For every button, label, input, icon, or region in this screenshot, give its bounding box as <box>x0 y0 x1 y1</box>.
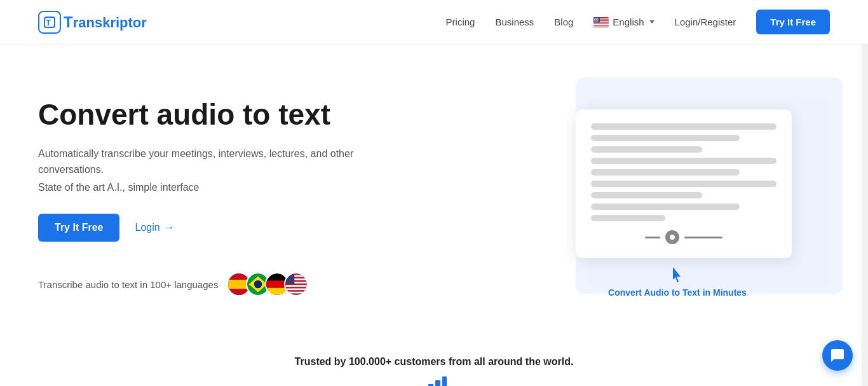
nav: Pricing Business Blog <box>446 10 830 34</box>
svg-point-20 <box>595 19 596 20</box>
language-label: English <box>613 17 644 27</box>
svg-point-21 <box>596 19 597 20</box>
text-line-1 <box>591 123 776 130</box>
ctrl-line-left <box>645 237 660 238</box>
svg-point-15 <box>595 18 595 18</box>
text-line-9 <box>591 215 665 221</box>
language-selector[interactable]: English <box>593 17 654 27</box>
hero-section: Convert audio to text Automatically tran… <box>0 45 868 337</box>
hero-illustration: Convert Audio to Text in Minutes <box>525 97 830 298</box>
svg-rect-59 <box>442 376 447 386</box>
svg-point-24 <box>595 20 595 20</box>
ctrl-line-right <box>684 237 722 238</box>
svg-point-13 <box>597 17 598 18</box>
trusted-chart <box>0 376 868 386</box>
hero-description-2: State of the art A.I., simple interface <box>38 182 381 193</box>
svg-point-29 <box>595 20 596 21</box>
logo-wordmark: Transkriptor <box>64 13 147 31</box>
text-line-5 <box>591 169 740 176</box>
svg-point-41 <box>254 280 262 289</box>
chart-icon <box>421 376 447 386</box>
try-it-free-button-header[interactable]: Try It Free <box>756 10 830 34</box>
svg-point-34 <box>596 21 597 22</box>
try-it-free-button-hero[interactable]: Try It Free <box>38 214 119 242</box>
nav-pricing[interactable]: Pricing <box>446 17 475 27</box>
text-line-3 <box>591 146 702 153</box>
svg-point-31 <box>597 20 598 21</box>
text-line-7 <box>591 192 702 198</box>
svg-rect-6 <box>593 22 609 23</box>
text-line-2 <box>591 135 740 141</box>
svg-point-27 <box>598 20 599 20</box>
svg-point-28 <box>594 20 595 21</box>
flag-circles <box>227 272 308 296</box>
hero-left: Convert audio to text Automatically tran… <box>38 98 381 296</box>
hero-actions: Try It Free Login → <box>38 214 381 242</box>
hero-title: Convert audio to text <box>38 98 381 132</box>
hero-login-link[interactable]: Login → <box>135 221 174 234</box>
svg-point-36 <box>598 21 599 22</box>
text-line-6 <box>591 181 776 187</box>
svg-rect-51 <box>285 285 307 287</box>
svg-point-10 <box>594 17 595 18</box>
svg-text:T: T <box>46 18 51 27</box>
play-button-icon[interactable] <box>665 230 679 244</box>
svg-rect-7 <box>593 24 609 25</box>
svg-point-22 <box>597 19 598 20</box>
login-label: Login <box>135 222 159 233</box>
svg-point-35 <box>597 21 597 22</box>
svg-rect-8 <box>593 25 609 26</box>
svg-point-23 <box>598 19 599 20</box>
svg-point-33 <box>595 21 595 22</box>
chat-bubble-button[interactable] <box>822 340 853 371</box>
scrollbar-track[interactable] <box>862 0 868 386</box>
svg-rect-48 <box>285 275 307 277</box>
svg-point-18 <box>598 18 599 18</box>
trusted-section: Trusted by 100.000+ customers from all a… <box>0 337 868 386</box>
svg-point-30 <box>596 20 597 21</box>
text-line-8 <box>591 203 740 210</box>
languages-text: Transcribe audio to text in 100+ languag… <box>38 279 218 290</box>
svg-point-11 <box>595 17 596 18</box>
flag-usa <box>284 272 308 296</box>
svg-point-19 <box>594 19 595 20</box>
svg-point-12 <box>596 17 597 18</box>
svg-rect-53 <box>285 292 307 294</box>
logo[interactable]: T Transkriptor <box>38 11 147 34</box>
svg-point-32 <box>598 20 599 21</box>
convert-label-area: Convert Audio to Text in Minutes <box>576 267 779 298</box>
us-flag-icon <box>593 17 609 27</box>
text-lines <box>591 123 776 221</box>
logo-icon: T <box>38 11 61 34</box>
svg-rect-52 <box>285 289 307 291</box>
transcription-card <box>576 109 792 258</box>
svg-marker-55 <box>673 267 681 282</box>
convert-text: Convert Audio to Text in Minutes <box>576 287 779 298</box>
cursor-icon <box>670 267 684 285</box>
arrow-icon: → <box>164 221 175 234</box>
svg-rect-58 <box>435 380 440 386</box>
svg-point-17 <box>597 18 597 18</box>
nav-business[interactable]: Business <box>495 17 534 27</box>
nav-blog[interactable]: Blog <box>554 17 573 27</box>
nav-login-register[interactable]: Login/Register <box>675 17 736 27</box>
chat-icon <box>830 348 845 363</box>
svg-point-14 <box>598 17 599 18</box>
svg-rect-54 <box>285 273 294 284</box>
languages-row: Transcribe audio to text in 100+ languag… <box>38 272 381 296</box>
audio-controls <box>591 230 776 244</box>
play-inner <box>670 235 675 240</box>
svg-point-25 <box>596 20 597 20</box>
text-line-4 <box>591 158 776 164</box>
svg-point-26 <box>597 20 597 20</box>
trusted-text: Trusted by 100.000+ customers from all a… <box>0 356 868 368</box>
hero-description-1: Automatically transcribe your meetings, … <box>38 146 381 178</box>
chevron-down-icon <box>649 20 654 24</box>
header: T Transkriptor Pricing Business Blog <box>0 0 868 45</box>
svg-point-16 <box>596 18 597 18</box>
